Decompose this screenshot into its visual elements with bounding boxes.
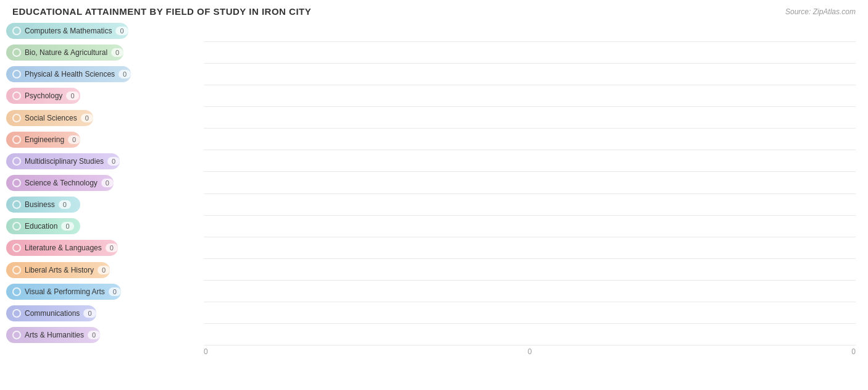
grid-row [204,20,856,42]
bar-dot [12,27,21,35]
bar-dot [12,157,21,166]
bar-label-wrap: Bio, Nature & Agricultural0 [6,45,123,61]
bar-row: Psychology0 [6,85,204,106]
x-axis-label: 0 [204,347,208,356]
grid-row [204,302,856,324]
bar-label-wrap: Multidisciplinary Studies0 [6,153,120,169]
bar-value-badge: 0 [111,48,123,57]
bar-label-wrap: Communications0 [6,305,96,321]
bar-dot [12,222,21,231]
grid-row [204,281,856,302]
bar-row: Engineering0 [6,129,204,150]
bar-label: Bio, Nature & Agricultural [25,48,107,57]
bar-label: Business [25,200,55,209]
bar-label: Social Sciences [25,114,77,122]
bar-row: Multidisciplinary Studies0 [6,151,204,172]
chart-title: EDUCATIONAL ATTAINMENT BY FIELD OF STUDY… [6,6,856,17]
bar-label-wrap: Social Sciences0 [6,110,93,126]
bar-dot [12,200,21,209]
bar-row: Social Sciences0 [6,108,204,129]
bar-value-badge: 0 [115,27,128,35]
bar-row: Literature & Languages0 [6,237,204,258]
grid-row [204,107,856,129]
bar-dot [12,91,21,100]
bar-label: Computers & Mathematics [25,27,112,35]
bar-dot [12,48,21,57]
bar-label: Physical & Health Sciences [25,70,115,78]
chart-container: EDUCATIONAL ATTAINMENT BY FIELD OF STUDY… [0,0,868,390]
bar-label: Science & Technology [25,179,98,187]
bar-dot [12,135,21,144]
grid-row [204,85,856,107]
bar-label-wrap: Physical & Health Sciences0 [6,66,131,82]
bar-label: Education [25,222,57,231]
grid-row [204,64,856,85]
bar-label-wrap: Education0 [6,218,80,234]
bar-label-wrap: Literature & Languages0 [6,240,118,256]
bar-label-wrap: Science & Technology0 [6,175,114,191]
bar-dot [12,179,21,187]
bar-label-wrap: Arts & Humanities0 [6,327,100,343]
chart-area: Computers & Mathematics0Bio, Nature & Ag… [6,20,856,358]
bar-dot [12,309,21,318]
grid-row [204,237,856,259]
bar-label: Liberal Arts & History [25,266,94,274]
bar-value-badge: 0 [109,287,121,296]
grid-row [204,194,856,216]
bar-row: Visual & Performing Arts0 [6,281,204,302]
bar-label: Communications [25,309,80,318]
bar-label-wrap: Visual & Performing Arts0 [6,284,121,300]
bar-value-badge: 0 [83,309,96,318]
bar-value-badge: 0 [119,70,131,78]
bar-row: Education0 [6,216,204,237]
grid-lines [204,20,856,345]
bar-value-badge: 0 [59,200,71,209]
bar-row: Computers & Mathematics0 [6,20,204,41]
bar-value-badge: 0 [107,157,120,166]
bar-row: Science & Technology0 [6,172,204,193]
bar-value-badge: 0 [66,91,78,100]
grid-row [204,324,856,345]
bar-label: Psychology [25,91,62,100]
bar-row: Business0 [6,194,204,215]
bar-value-badge: 0 [106,244,118,252]
bar-dot [12,114,21,122]
bar-value-badge: 0 [61,222,73,231]
bar-value-badge: 0 [98,266,110,274]
bar-label: Literature & Languages [25,244,102,252]
bar-dot [12,331,21,339]
bar-value-badge: 0 [101,179,114,187]
bar-row: Liberal Arts & History0 [6,260,204,281]
grid-row [204,216,856,237]
bar-value-badge: 0 [81,114,93,122]
bar-row: Bio, Nature & Agricultural0 [6,42,204,63]
x-axis-label: 0 [528,347,532,356]
grid-row [204,150,856,172]
bar-label-wrap: Engineering0 [6,132,80,148]
bar-label: Multidisciplinary Studies [25,157,104,166]
bar-label: Arts & Humanities [25,331,84,339]
bar-label-wrap: Computers & Mathematics0 [6,23,128,39]
bar-row: Arts & Humanities0 [6,324,204,345]
bar-dot [12,70,21,78]
source-label: Source: ZipAtlas.com [785,7,856,16]
x-axis-label: 0 [851,347,856,356]
grid-row [204,259,856,281]
bar-label-wrap: Psychology0 [6,88,80,104]
bars-section: Computers & Mathematics0Bio, Nature & Ag… [6,20,204,358]
bar-dot [12,244,21,252]
grid-section: 000 [204,20,856,358]
grid-row [204,42,856,64]
bar-dot [12,287,21,296]
grid-row [204,172,856,193]
bar-row: Communications0 [6,303,204,324]
grid-row [204,129,856,150]
bar-label: Engineering [25,135,64,144]
bar-value-badge: 0 [68,135,80,144]
bar-dot [12,266,21,274]
bar-row: Physical & Health Sciences0 [6,64,204,85]
x-axis: 000 [204,345,856,358]
bar-label-wrap: Business0 [6,197,80,213]
bar-label-wrap: Liberal Arts & History0 [6,262,110,278]
bar-label: Visual & Performing Arts [25,287,105,296]
